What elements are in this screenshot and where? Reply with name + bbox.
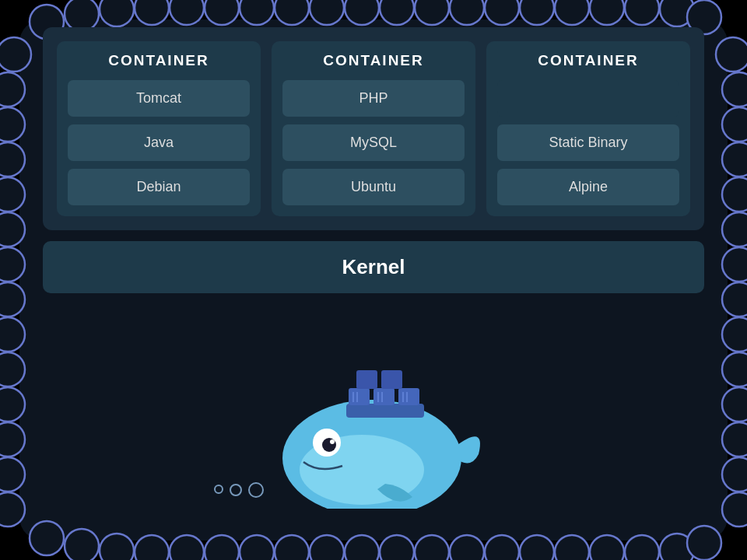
bubble-2 [230,484,242,496]
svg-point-42 [0,37,31,72]
svg-point-46 [0,177,25,212]
svg-point-3 [65,0,99,31]
svg-point-10 [310,0,344,25]
container-2-layer-2: Ubuntu [282,169,465,205]
container-2: CONTAINER PHP MySQL Ubuntu [272,41,475,216]
svg-point-29 [275,535,309,560]
svg-point-45 [0,142,25,177]
svg-point-65 [722,352,747,387]
container-3-layer-1: Alpine [497,169,679,205]
svg-point-43 [0,72,25,107]
container-2-title: CONTAINER [323,52,424,69]
svg-point-52 [0,387,25,422]
svg-rect-77 [374,388,395,405]
svg-point-17 [555,0,589,25]
svg-point-15 [485,0,519,25]
svg-point-64 [722,317,747,352]
container-3: CONTAINER . Static Binary Alpine [486,41,690,216]
svg-point-19 [625,0,659,25]
svg-point-36 [520,535,554,560]
svg-point-54 [0,457,25,492]
svg-rect-78 [398,388,419,405]
container-1: CONTAINER Tomcat Java Debian [57,41,261,216]
svg-point-27 [205,535,239,560]
svg-point-38 [590,535,624,560]
svg-point-8 [240,0,274,25]
svg-point-25 [135,535,169,560]
svg-point-26 [170,535,204,560]
container-3-title: CONTAINER [538,52,639,69]
svg-point-50 [0,317,25,352]
svg-point-49 [0,282,25,317]
kernel-label: Kernel [342,255,405,278]
container-1-layer-2: Debian [68,169,250,205]
svg-rect-79 [356,370,377,389]
svg-point-67 [722,422,747,457]
svg-point-73 [322,438,336,452]
svg-point-47 [0,212,25,247]
svg-point-58 [722,107,747,142]
svg-point-66 [722,387,747,422]
svg-rect-75 [346,404,424,418]
svg-point-61 [722,212,747,247]
svg-point-11 [345,0,379,25]
svg-rect-76 [349,388,370,405]
svg-point-5 [135,0,169,25]
svg-point-34 [450,535,484,560]
container-1-layer-1: Java [68,124,250,161]
svg-point-30 [310,535,344,560]
svg-point-53 [0,422,25,457]
svg-point-12 [380,0,414,25]
svg-point-69 [722,492,747,527]
svg-point-31 [345,535,379,560]
svg-point-60 [722,177,747,212]
container-2-layer-1: MySQL [282,124,465,161]
svg-rect-80 [381,370,402,389]
container-3-spacer: . [497,80,679,117]
svg-point-4 [100,0,134,26]
whale-bubbles [214,482,264,498]
svg-point-6 [170,0,204,25]
svg-point-35 [485,535,519,560]
svg-point-63 [722,282,747,317]
container-2-layer-0: PHP [282,80,465,117]
svg-point-59 [722,142,747,177]
svg-point-37 [555,535,589,560]
bubble-1 [214,485,223,494]
svg-point-39 [625,535,659,560]
bubble-3 [248,482,264,498]
svg-point-56 [716,37,747,72]
svg-point-28 [240,535,274,560]
svg-point-74 [330,439,335,444]
svg-point-32 [380,535,414,560]
svg-point-68 [722,457,747,492]
svg-point-24 [100,534,134,560]
svg-point-16 [520,0,554,25]
svg-point-62 [722,247,747,282]
svg-point-33 [415,535,449,560]
svg-point-57 [722,72,747,107]
svg-point-44 [0,107,25,142]
docker-whale-icon [257,330,490,509]
svg-point-13 [415,0,449,25]
svg-point-7 [205,0,239,25]
container-3-layer-0: Static Binary [497,124,679,161]
svg-point-51 [0,352,25,387]
container-1-title: CONTAINER [108,52,209,69]
whale-area [43,293,704,537]
svg-point-14 [450,0,484,25]
kernel-bar: Kernel [43,241,704,293]
svg-point-9 [275,0,309,25]
svg-point-55 [0,492,25,527]
svg-point-18 [590,0,624,25]
container-1-layer-0: Tomcat [68,80,250,117]
containers-wrapper: CONTAINER Tomcat Java Debian CONTAINER P… [43,27,704,230]
svg-point-48 [0,247,25,282]
